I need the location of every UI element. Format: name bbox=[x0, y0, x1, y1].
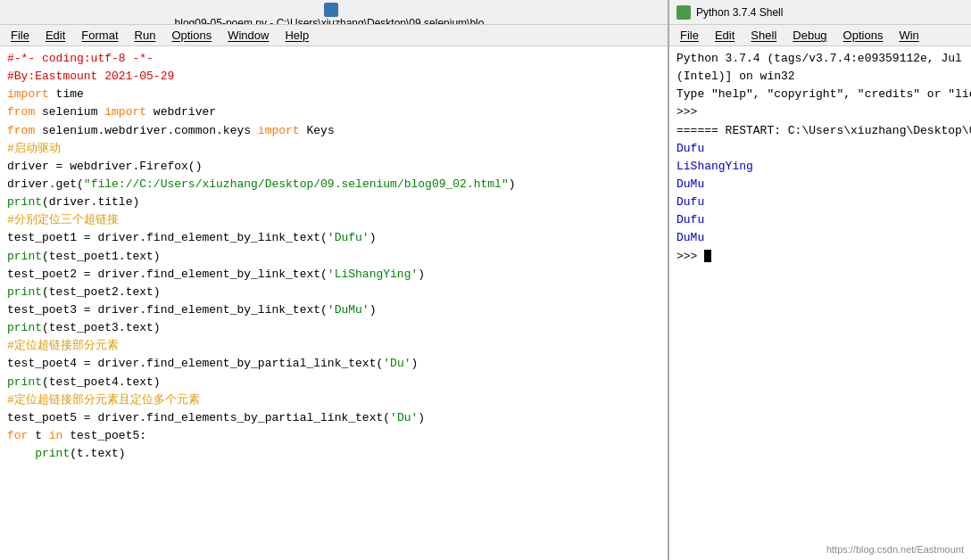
shell-line: LiShangYing bbox=[676, 158, 964, 176]
shell-line: >>> bbox=[676, 248, 964, 266]
menu-file[interactable]: File bbox=[4, 28, 37, 43]
code-line: print(t.text) bbox=[7, 445, 660, 463]
code-line: from selenium import webdriver bbox=[7, 103, 660, 121]
py-file-icon bbox=[324, 3, 338, 17]
code-line: test_poet4 = driver.find_element_by_part… bbox=[7, 355, 660, 373]
shell-menu-file[interactable]: File bbox=[673, 28, 706, 43]
shell-title: Python 3.7.4 Shell bbox=[696, 6, 964, 19]
shell-menu-debug[interactable]: Debug bbox=[785, 28, 834, 43]
watermark: https://blog.csdn.net/Eastmount bbox=[826, 544, 964, 555]
code-line: #定位超链接部分元素 bbox=[7, 337, 660, 355]
cursor-block bbox=[704, 250, 711, 262]
shell-menu-edit[interactable]: Edit bbox=[708, 28, 742, 43]
shell-line: (Intel)] on win32 bbox=[676, 68, 964, 86]
code-line: test_poet5 = driver.find_elements_by_par… bbox=[7, 409, 660, 427]
menu-options[interactable]: Options bbox=[164, 28, 219, 43]
code-line: print(test_poet2.text) bbox=[7, 284, 660, 301]
code-line: import time bbox=[7, 86, 660, 103]
editor-menu-bar: File Edit Format Run Options Window Help bbox=[0, 25, 668, 46]
code-line: #启动驱动 bbox=[7, 140, 660, 158]
shell-line: Type "help", "copyright", "credits" or "… bbox=[676, 86, 964, 103]
shell-line: Dufu bbox=[676, 194, 964, 211]
code-line: for t in test_poet5: bbox=[7, 427, 660, 445]
shell-line: DuMu bbox=[676, 229, 964, 247]
shell-line: Dufu bbox=[676, 211, 964, 229]
code-line: test_poet3 = driver.find_element_by_link… bbox=[7, 301, 660, 319]
menu-window[interactable]: Window bbox=[220, 28, 276, 43]
code-line: from selenium.webdriver.common.keys impo… bbox=[7, 122, 660, 140]
shell-line: Dufu bbox=[676, 140, 964, 158]
code-line: print(test_poet4.text) bbox=[7, 374, 660, 391]
code-line: print(test_poet3.text) bbox=[7, 319, 660, 337]
code-line: #分别定位三个超链接 bbox=[7, 211, 660, 229]
code-line: print(test_poet1.text) bbox=[7, 248, 660, 266]
menu-edit[interactable]: Edit bbox=[38, 28, 72, 43]
shell-menu-options[interactable]: Options bbox=[836, 28, 891, 43]
shell-line: Python 3.7.4 (tags/v3.7.4:e09359112e, Ju… bbox=[676, 50, 964, 68]
shell-icon bbox=[676, 5, 691, 20]
shell-line: >>> bbox=[676, 103, 964, 121]
shell-panel: Python 3.7.4 Shell File Edit Shell Debug… bbox=[669, 0, 971, 560]
code-content[interactable]: #-*- coding:utf-8 -*-#By:Eastmount 2021-… bbox=[0, 46, 668, 560]
shell-menu-bar: File Edit Shell Debug Options Win bbox=[669, 25, 971, 46]
menu-run[interactable]: Run bbox=[128, 28, 163, 43]
code-line: driver.get("file://C:/Users/xiuzhang/Des… bbox=[7, 176, 660, 194]
shell-line: DuMu bbox=[676, 176, 964, 194]
code-line: #By:Eastmount 2021-05-29 bbox=[7, 68, 660, 86]
shell-content[interactable]: Python 3.7.4 (tags/v3.7.4:e09359112e, Ju… bbox=[669, 46, 971, 560]
menu-format[interactable]: Format bbox=[74, 28, 125, 43]
code-line: #-*- coding:utf-8 -*- bbox=[7, 50, 660, 68]
shell-line: ====== RESTART: C:\Users\xiuzhang\Deskto… bbox=[676, 122, 964, 140]
code-line: test_poet1 = driver.find_element_by_link… bbox=[7, 229, 660, 247]
shell-menu-shell[interactable]: Shell bbox=[743, 28, 784, 43]
shell-menu-window[interactable]: Win bbox=[892, 28, 925, 43]
code-line: #定位超链接部分元素且定位多个元素 bbox=[7, 391, 660, 409]
code-line: driver = webdriver.Firefox() bbox=[7, 158, 660, 176]
code-line: test_poet2 = driver.find_element_by_link… bbox=[7, 266, 660, 284]
code-line: print(driver.title) bbox=[7, 194, 660, 211]
menu-help[interactable]: Help bbox=[278, 28, 316, 43]
editor-title: blog09-05-poem.py - C:\Users\xiuzhang\De… bbox=[175, 17, 494, 25]
code-editor-panel: blog09-05-poem.py - C:\Users\xiuzhang\De… bbox=[0, 0, 669, 560]
